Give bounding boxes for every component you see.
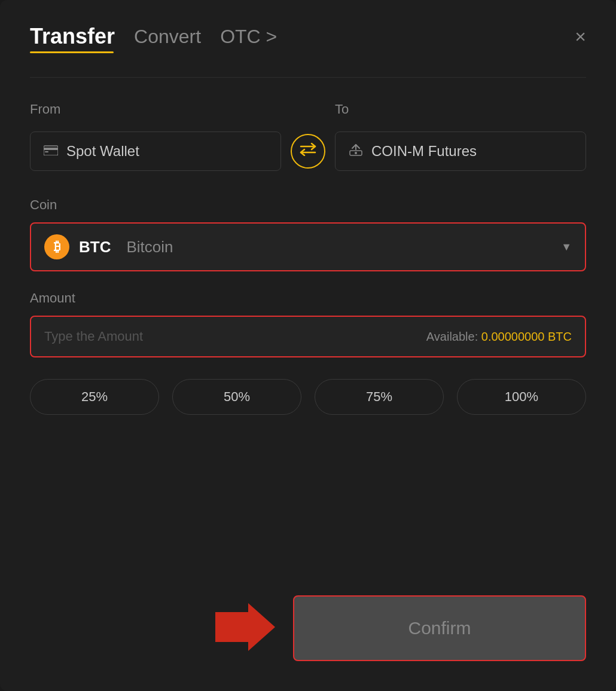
amount-placeholder[interactable]: Type the Amount: [44, 329, 426, 344]
coin-section: Coin ₿ BTC Bitcoin ▼: [30, 197, 586, 271]
svg-point-4: [355, 152, 357, 154]
amount-label: Amount: [30, 291, 586, 306]
modal-header: Transfer Convert OTC > ×: [30, 24, 586, 49]
chevron-down-icon: ▼: [561, 241, 572, 253]
pct-100-button[interactable]: 100%: [457, 379, 586, 415]
to-wallet-label: COIN-M Futures: [371, 143, 477, 160]
from-label: From: [30, 102, 281, 117]
btc-logo: ₿: [44, 234, 69, 259]
svg-rect-1: [44, 148, 58, 150]
from-to-labels: From To: [30, 102, 586, 127]
amount-input-box: Type the Amount Available: 0.00000000 BT…: [30, 316, 586, 357]
tab-active-indicator: [30, 51, 114, 53]
coin-ticker: BTC: [79, 238, 111, 256]
to-label: To: [335, 102, 586, 117]
transfer-modal: Transfer Convert OTC > × From To Spot W: [0, 0, 616, 691]
btc-icon: ₿: [54, 239, 60, 255]
coin-selector-dropdown[interactable]: ₿ BTC Bitcoin ▼: [30, 222, 586, 271]
close-button[interactable]: ×: [575, 27, 586, 46]
from-wallet-selector[interactable]: Spot Wallet: [30, 132, 281, 171]
svg-marker-5: [215, 603, 275, 651]
pct-50-button[interactable]: 50%: [172, 379, 301, 415]
wallet-row: Spot Wallet: [30, 132, 586, 171]
available-label: Available:: [426, 330, 478, 343]
from-wallet-label: Spot Wallet: [66, 143, 139, 160]
svg-rect-0: [44, 146, 58, 155]
futures-icon: [349, 143, 363, 160]
coin-name: Bitcoin: [126, 238, 173, 256]
header-divider: [30, 77, 586, 78]
swap-icon: [300, 143, 316, 160]
svg-rect-2: [45, 151, 48, 152]
pct-75-button[interactable]: 75%: [315, 379, 444, 415]
swap-button[interactable]: [291, 134, 325, 169]
available-value: 0.00000000 BTC: [481, 330, 572, 343]
to-wallet-selector[interactable]: COIN-M Futures: [335, 132, 586, 171]
confirm-button[interactable]: Confirm: [293, 595, 586, 661]
tab-otc[interactable]: OTC >: [220, 26, 277, 48]
coin-label: Coin: [30, 197, 586, 213]
wallet-card-icon: [44, 143, 58, 159]
bottom-section: Confirm: [30, 583, 586, 661]
tab-convert[interactable]: Convert: [134, 26, 201, 48]
percentage-row: 25% 50% 75% 100%: [30, 379, 586, 415]
tab-transfer[interactable]: Transfer: [30, 24, 115, 49]
arrow-indicator: [215, 603, 275, 653]
pct-25-button[interactable]: 25%: [30, 379, 159, 415]
amount-section: Amount Type the Amount Available: 0.0000…: [30, 291, 586, 357]
available-text: Available: 0.00000000 BTC: [426, 330, 572, 344]
